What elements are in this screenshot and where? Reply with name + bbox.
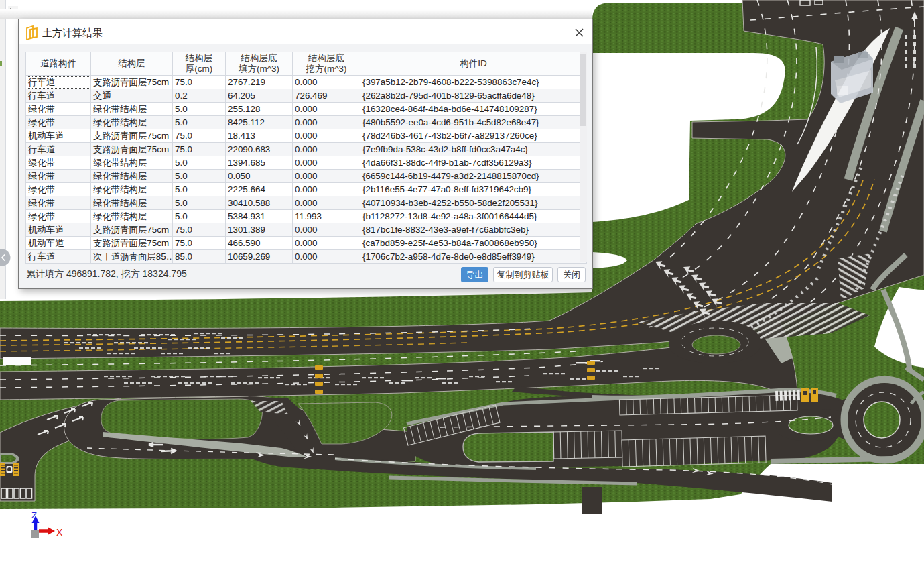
svg-text:X: X: [56, 527, 63, 538]
